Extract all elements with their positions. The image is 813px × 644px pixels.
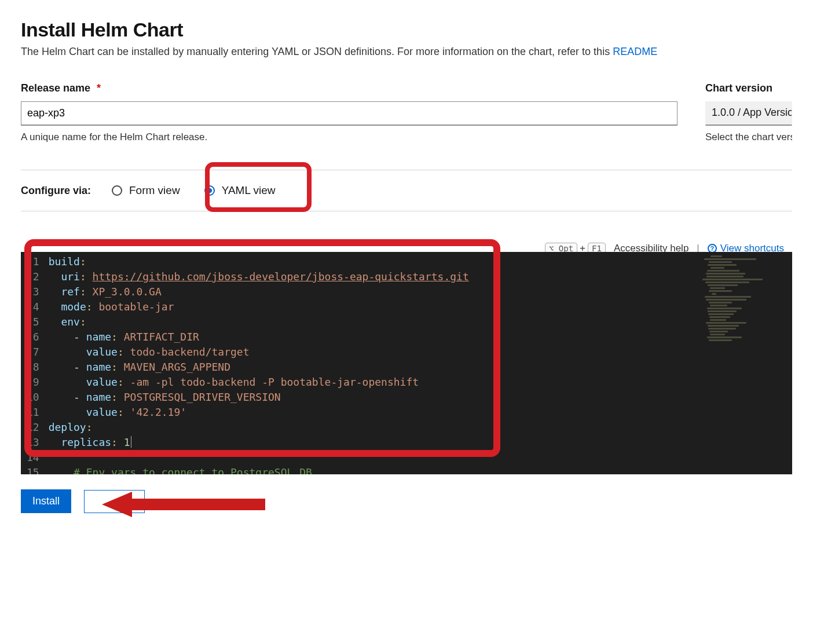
code-token: : bbox=[86, 301, 99, 313]
chart-version-label: Chart version bbox=[705, 82, 792, 94]
minimap-line bbox=[709, 316, 730, 318]
code-token bbox=[49, 406, 86, 418]
code-line[interactable] bbox=[49, 450, 700, 465]
code-token: - bbox=[74, 331, 86, 343]
code-line[interactable]: - name: ARTIFACT_DIR bbox=[49, 330, 700, 345]
minimap-line bbox=[708, 310, 737, 312]
gutter-line: 2 bbox=[27, 269, 39, 284]
minimap-line bbox=[710, 287, 725, 289]
secondary-button[interactable] bbox=[84, 490, 145, 513]
code-token: : bbox=[111, 436, 124, 448]
code-line[interactable]: build: bbox=[49, 254, 700, 269]
release-name-label: Release name * bbox=[21, 82, 678, 94]
editor-code[interactable]: build: uri: https://github.com/jboss-dev… bbox=[49, 252, 700, 474]
code-token: value bbox=[86, 406, 118, 418]
code-token bbox=[49, 331, 74, 343]
code-token: name bbox=[86, 391, 111, 403]
gutter-line: 5 bbox=[27, 314, 39, 330]
editor-minimap[interactable] bbox=[700, 252, 792, 474]
code-token: https://github.com/jboss-developer/jboss… bbox=[93, 270, 469, 283]
gutter-line: 7 bbox=[27, 345, 39, 360]
code-line[interactable]: value: '42.2.19' bbox=[49, 405, 700, 420]
bottom-actions: Install bbox=[21, 489, 792, 513]
minimap-line bbox=[706, 299, 746, 301]
form-row: Release name * A unique name for the Hel… bbox=[21, 82, 792, 143]
radio-yaml-view-label: YAML view bbox=[222, 184, 276, 197]
code-line[interactable]: uri: https://github.com/jboss-developer/… bbox=[49, 269, 700, 284]
code-token: : bbox=[111, 361, 124, 373]
code-token bbox=[49, 361, 74, 373]
minimap-line bbox=[706, 276, 744, 277]
minimap-line bbox=[706, 322, 746, 324]
release-name-helper: A unique name for the Helm Chart release… bbox=[21, 131, 678, 143]
gutter-line: 4 bbox=[27, 299, 39, 314]
minimap-line bbox=[708, 325, 739, 327]
code-token: uri bbox=[61, 270, 80, 283]
minimap-line bbox=[710, 334, 725, 335]
code-line[interactable]: value: -am -pl todo-backend -P bootable-… bbox=[49, 375, 700, 390]
text-cursor bbox=[131, 436, 131, 448]
gutter-line: 9 bbox=[27, 375, 39, 390]
install-button[interactable]: Install bbox=[21, 489, 71, 513]
code-line[interactable]: replicas: 1 bbox=[49, 435, 700, 450]
code-line[interactable]: deploy: bbox=[49, 420, 700, 435]
code-token: mode bbox=[61, 301, 86, 313]
gutter-line: 6 bbox=[27, 330, 39, 345]
code-token: ARTIFACT_DIR bbox=[124, 331, 199, 343]
radio-yaml-view[interactable]: YAML view bbox=[196, 181, 284, 200]
minimap-line bbox=[708, 264, 737, 266]
readme-link[interactable]: README bbox=[613, 46, 657, 57]
yaml-editor-container: ⌥ Opt + F1 Accessibility help | ? View s… bbox=[21, 252, 792, 474]
code-line[interactable]: - name: POSTGRESQL_DRIVER_VERSION bbox=[49, 390, 700, 405]
code-token: : bbox=[80, 316, 86, 328]
page-description-text: The Helm Chart can be installed by manua… bbox=[21, 46, 613, 57]
minimap-line bbox=[710, 305, 727, 306]
gutter-line: 3 bbox=[27, 284, 39, 299]
code-token: XP_3.0.0.GA bbox=[93, 286, 162, 298]
code-token: 1 bbox=[124, 436, 130, 448]
code-token bbox=[49, 436, 61, 448]
required-asterisk: * bbox=[97, 82, 101, 94]
minimap-line bbox=[707, 336, 742, 338]
yaml-editor[interactable]: 123456789101112131415 build: uri: https:… bbox=[21, 252, 792, 474]
chart-version-select[interactable]: 1.0.0 / App Version bbox=[705, 101, 792, 126]
code-line[interactable]: ref: XP_3.0.0.GA bbox=[49, 284, 700, 299]
code-line[interactable]: # Env vars to connect to PostgreSQL DB bbox=[49, 465, 700, 474]
code-line[interactable]: mode: bootable-jar bbox=[49, 299, 700, 314]
code-token: : bbox=[80, 270, 93, 283]
minimap-line bbox=[710, 319, 726, 321]
gutter-line: 10 bbox=[27, 390, 39, 405]
minimap-line bbox=[711, 255, 722, 257]
code-token: - bbox=[74, 361, 86, 373]
code-token bbox=[49, 391, 74, 403]
minimap-line bbox=[709, 261, 732, 263]
gutter-line: 12 bbox=[27, 420, 39, 435]
code-token bbox=[49, 286, 61, 298]
code-token: env bbox=[61, 316, 80, 328]
minimap-line bbox=[705, 296, 751, 298]
radio-form-view-label: Form view bbox=[129, 184, 180, 197]
code-token: : bbox=[111, 331, 124, 343]
configure-via-row: Configure via: Form view YAML view bbox=[21, 170, 792, 211]
minimap-line bbox=[711, 267, 724, 269]
minimap-line bbox=[708, 284, 738, 286]
minimap-line bbox=[708, 328, 736, 330]
release-name-group: Release name * A unique name for the Hel… bbox=[21, 82, 678, 143]
editor-gutter: 123456789101112131415 bbox=[21, 252, 49, 474]
gutter-line: 1 bbox=[27, 254, 39, 269]
radio-form-view[interactable]: Form view bbox=[104, 181, 188, 200]
code-token: POSTGRESQL_DRIVER_VERSION bbox=[124, 391, 281, 403]
page-description: The Helm Chart can be installed by manua… bbox=[21, 46, 792, 58]
minimap-line bbox=[709, 339, 732, 341]
code-line[interactable]: value: todo-backend/target bbox=[49, 345, 700, 360]
code-token bbox=[49, 301, 61, 313]
code-token: : bbox=[111, 391, 124, 403]
release-name-input[interactable] bbox=[21, 101, 678, 126]
page-title: Install Helm Chart bbox=[21, 19, 792, 41]
arrow-tail bbox=[132, 499, 265, 510]
code-line[interactable]: - name: MAVEN_ARGS_APPEND bbox=[49, 360, 700, 375]
code-token: build bbox=[49, 255, 80, 268]
gutter-line: 14 bbox=[27, 450, 39, 465]
minimap-line bbox=[709, 331, 728, 332]
code-line[interactable]: env: bbox=[49, 314, 700, 330]
